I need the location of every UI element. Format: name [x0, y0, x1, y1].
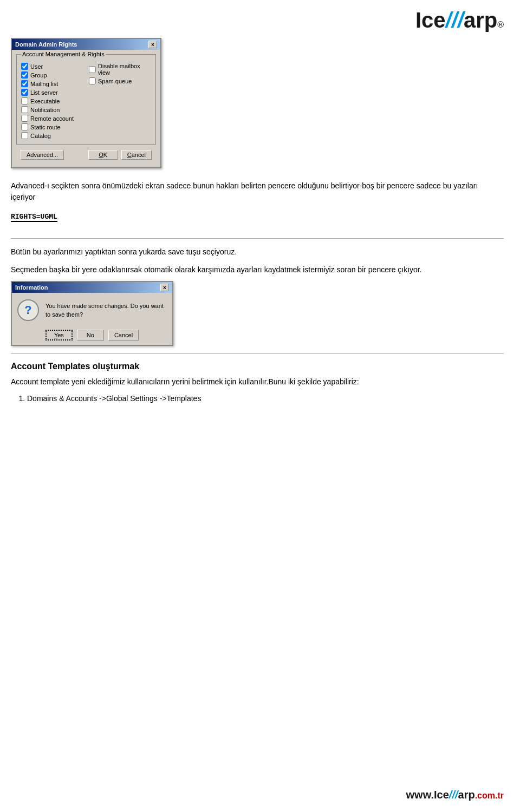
checkbox-disable-mailbox-input[interactable]: [89, 66, 96, 73]
checkbox-spam-queue[interactable]: Spam queue: [89, 77, 151, 84]
checkbox-static-route[interactable]: Static route: [21, 123, 83, 130]
logo-slashes: ///: [446, 8, 464, 32]
checkbox-remote-account[interactable]: Remote account: [21, 115, 83, 122]
checkbox-static-route-input[interactable]: [21, 123, 28, 130]
info-icon: ?: [17, 299, 39, 321]
close-button[interactable]: ×: [148, 41, 157, 48]
checkboxes-container: User Group Mailing list List server: [21, 61, 151, 141]
logo-arp: arp: [464, 8, 497, 32]
checkbox-executable[interactable]: Executable: [21, 97, 83, 104]
info-cancel-button[interactable]: Cancel: [108, 330, 139, 340]
icewarp-logo: Ice /// arp ®: [415, 8, 504, 32]
footer-ice: Ice: [434, 789, 449, 801]
dialog-title: Domain Admin Rights: [15, 41, 77, 48]
checkbox-catalog-label: Catalog: [30, 133, 51, 139]
dialog-body: Account Management & Rights User Group: [12, 50, 160, 167]
account-management-group: Account Management & Rights User Group: [16, 54, 156, 145]
left-column: User Group Mailing list List server: [21, 61, 83, 141]
right-column: Disable mailbox view Spam queue: [83, 61, 151, 141]
checkbox-static-route-label: Static route: [30, 124, 61, 130]
checkbox-group-input[interactable]: [21, 71, 28, 78]
checkbox-disable-mailbox[interactable]: Disable mailbox view: [89, 63, 151, 76]
ok-button[interactable]: OK: [88, 150, 118, 160]
cancel-button[interactable]: Cancel: [121, 150, 152, 160]
logo-reg: ®: [497, 20, 504, 30]
checkbox-notification-label: Notification: [30, 107, 60, 113]
checkbox-mailing-list-input[interactable]: [21, 80, 28, 87]
footer-logo: www. Ice /// arp .com.tr: [406, 789, 504, 801]
section-body: Account template yeni eklediğimiz kullan…: [11, 376, 504, 388]
information-dialog: Information × ? You have made some chang…: [11, 281, 173, 346]
checkbox-executable-input[interactable]: [21, 97, 28, 104]
footer-www: www.: [406, 789, 434, 801]
checkbox-notification-input[interactable]: [21, 106, 28, 113]
section-heading: Account Templates oluşturmak: [11, 362, 504, 371]
code-block-container: RIGHTS=UGML: [11, 212, 57, 222]
info-dialog-footer: Yes No Cancel: [12, 328, 172, 345]
footer-arp: arp: [458, 789, 475, 801]
checkbox-group-label: Group: [30, 72, 47, 78]
checkbox-group[interactable]: Group: [21, 71, 83, 78]
paragraph-1: Advanced-ı seçikten sonra önümüzdeki ekr…: [11, 180, 504, 203]
checkbox-spam-queue-input[interactable]: [89, 77, 96, 84]
logo-ice: Ice: [415, 8, 446, 32]
checkbox-mailing-list-label: Mailing list: [30, 81, 58, 87]
code-value: RIGHTS=UGML: [11, 213, 57, 221]
content-area: Advanced-ı seçikten sonra önümüzdeki ekr…: [0, 168, 520, 406]
divider-2: [11, 353, 504, 354]
footer-domain: .com.tr: [475, 791, 504, 801]
info-dialog-title: Information: [15, 284, 48, 291]
dialog-footer: Advanced... OK Cancel: [16, 148, 156, 163]
checkbox-remote-account-input[interactable]: [21, 115, 28, 122]
list-item-1: Domains & Accounts ->Global Settings ->T…: [27, 392, 504, 405]
paragraph-2: Bütün bu ayarlarımızı yaptıktan sonra yu…: [11, 246, 504, 258]
yes-button[interactable]: Yes: [46, 330, 73, 340]
checkbox-user-label: User: [30, 63, 43, 70]
divider-1: [11, 238, 504, 239]
checkbox-list-server-label: List server: [30, 89, 58, 96]
list-item-1-text: Domains & Accounts ->Global Settings ->T…: [27, 394, 201, 403]
checkbox-spam-queue-label: Spam queue: [98, 78, 132, 84]
checkbox-mailing-list[interactable]: Mailing list: [21, 80, 83, 87]
info-dialog-titlebar: Information ×: [12, 282, 172, 293]
checkbox-catalog[interactable]: Catalog: [21, 132, 83, 139]
checkbox-executable-label: Executable: [30, 98, 60, 104]
checkbox-remote-account-label: Remote account: [30, 115, 74, 122]
checkbox-notification[interactable]: Notification: [21, 106, 83, 113]
domain-admin-rights-dialog: Domain Admin Rights × Account Management…: [11, 38, 161, 168]
advanced-button[interactable]: Advanced...: [21, 150, 64, 160]
checkbox-disable-mailbox-label: Disable mailbox view: [98, 63, 151, 76]
logo-area: Ice /// arp ®: [0, 0, 520, 32]
group-title: Account Management & Rights: [21, 51, 106, 57]
checkbox-user[interactable]: User: [21, 63, 83, 70]
steps-list: Domains & Accounts ->Global Settings ->T…: [27, 392, 504, 405]
info-dialog-body: ? You have made some changes. Do you wan…: [12, 293, 172, 328]
info-close-button[interactable]: ×: [160, 284, 169, 291]
paragraph-3: Seçmeden başka bir yere odaklanırsak oto…: [11, 264, 504, 276]
footer-slashes: ///: [449, 789, 458, 801]
checkbox-list-server[interactable]: List server: [21, 89, 83, 96]
checkbox-user-input[interactable]: [21, 63, 28, 70]
checkbox-list-server-input[interactable]: [21, 89, 28, 96]
ok-cancel-buttons: OK Cancel: [88, 150, 152, 160]
dialog-titlebar: Domain Admin Rights ×: [12, 39, 160, 50]
checkbox-catalog-input[interactable]: [21, 132, 28, 139]
no-button[interactable]: No: [77, 330, 104, 340]
info-message: You have made some changes. Do you want …: [46, 302, 167, 319]
